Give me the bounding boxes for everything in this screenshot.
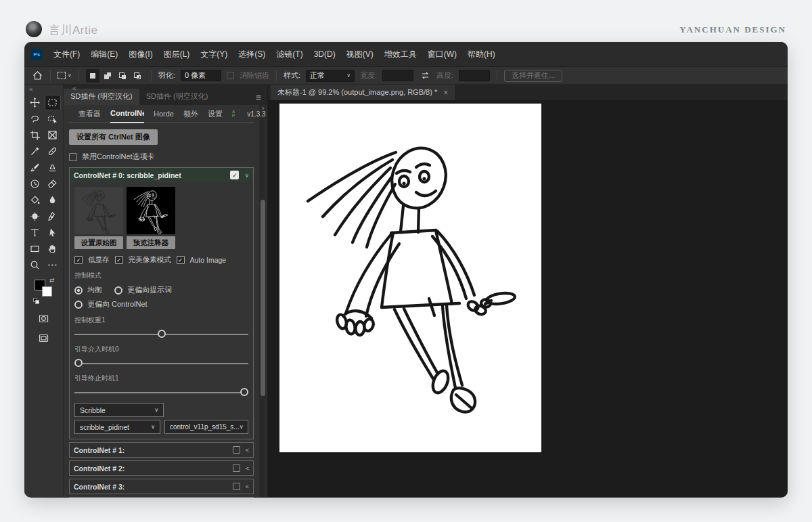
tab-controlnet[interactable]: ControlNet xyxy=(110,108,144,123)
brush-tool[interactable] xyxy=(27,160,43,175)
select-and-mask-button[interactable]: 选择并遮住... xyxy=(504,70,562,82)
menu-file[interactable]: 文件(F) xyxy=(53,49,80,60)
mode-prompt-radio[interactable] xyxy=(114,286,122,295)
controlnet-2-header[interactable]: ControlNet # 2: < xyxy=(69,460,254,476)
home-icon[interactable] xyxy=(31,70,43,82)
controlnet-1-enable-checkbox[interactable] xyxy=(233,446,240,454)
add-to-selection-icon[interactable] xyxy=(101,69,114,83)
eraser-tool[interactable] xyxy=(45,176,61,192)
slider-knob[interactable] xyxy=(74,359,83,367)
menu-select[interactable]: 选择(S) xyxy=(238,49,265,60)
path-selection-tool[interactable] xyxy=(45,225,61,240)
control-weight-slider[interactable] xyxy=(74,330,248,339)
object-selection-tool[interactable] xyxy=(45,111,61,127)
slider-knob[interactable] xyxy=(240,388,248,396)
blur-tool[interactable] xyxy=(45,192,61,208)
tab-viewer[interactable]: 查看器 xyxy=(78,109,101,119)
preview-annotator-button[interactable]: 预览注释器 xyxy=(127,236,175,249)
style-select[interactable]: 正常 ∨ xyxy=(306,70,355,82)
history-brush-tool[interactable] xyxy=(27,176,43,192)
rectangular-marquee-tool[interactable] xyxy=(45,95,61,110)
more-tools-icon[interactable] xyxy=(45,257,61,273)
new-selection-icon[interactable] xyxy=(86,69,99,83)
tool-preset-dropdown[interactable]: ∨ xyxy=(58,72,72,79)
slider-knob[interactable] xyxy=(158,330,166,338)
document-tab[interactable]: 未标题-1 @ 99.2% (output_image.png, RGB/8) … xyxy=(271,85,455,100)
preprocessor-category-select[interactable]: Scribble ∨ xyxy=(74,403,164,417)
pixel-perfect-checkbox[interactable]: ✓ xyxy=(115,256,123,264)
collapse-panel-icon[interactable]: « xyxy=(68,85,76,92)
chevron-left-icon[interactable]: < xyxy=(246,483,249,490)
menu-image[interactable]: 图像(I) xyxy=(129,49,152,60)
menu-view[interactable]: 视图(V) xyxy=(346,49,374,60)
rectangle-tool[interactable] xyxy=(27,241,43,257)
crop-tool[interactable] xyxy=(27,127,43,143)
subtract-from-selection-icon[interactable] xyxy=(116,69,129,83)
eyedropper-tool[interactable] xyxy=(27,144,43,159)
tab-extra[interactable]: 额外 xyxy=(183,109,198,119)
mode-prompt-option[interactable]: 更偏向提示词 xyxy=(114,285,172,295)
controlnet-3-enable-checkbox[interactable] xyxy=(233,483,240,490)
chevron-down-icon[interactable]: ∨ xyxy=(244,172,249,179)
paint-bucket-tool[interactable] xyxy=(27,192,43,208)
controlnet-4-header[interactable]: ControlNet # 4: < xyxy=(69,497,254,498)
height-input[interactable] xyxy=(459,70,490,81)
menu-help[interactable]: 帮助(H) xyxy=(468,49,495,60)
preprocessor-select[interactable]: scribble_pidinet ∨ xyxy=(74,420,160,434)
menu-layer[interactable]: 图层(L) xyxy=(164,49,190,60)
chevron-left-icon[interactable]: < xyxy=(246,465,249,472)
collapse-toolbar-icon[interactable]: « xyxy=(24,85,63,93)
mode-balanced-radio[interactable] xyxy=(74,286,83,295)
guidance-end-slider[interactable] xyxy=(74,388,248,397)
move-tool[interactable] xyxy=(27,95,43,110)
intersect-selection-icon[interactable] xyxy=(131,69,144,83)
panel-menu-icon[interactable]: ≡ xyxy=(250,92,267,105)
default-colors-icon[interactable] xyxy=(33,298,39,304)
menu-type[interactable]: 文字(Y) xyxy=(200,49,227,60)
chevron-left-icon[interactable]: < xyxy=(246,447,249,454)
clone-stamp-tool[interactable] xyxy=(45,160,61,175)
menu-edit[interactable]: 编辑(E) xyxy=(91,49,118,60)
swap-width-height-icon[interactable] xyxy=(419,70,431,82)
antialias-checkbox[interactable] xyxy=(227,72,234,79)
hand-tool[interactable] xyxy=(45,241,61,257)
set-all-ctrlnet-images-button[interactable]: 设置所有 CtrlNet 图像 xyxy=(69,129,158,145)
low-vram-checkbox[interactable]: ✓ xyxy=(74,256,83,264)
controlnet-1-header[interactable]: ControlNet # 1: < xyxy=(69,442,254,458)
menu-filter[interactable]: 滤镜(T) xyxy=(276,49,302,60)
frame-tool[interactable] xyxy=(45,127,61,143)
width-input[interactable] xyxy=(382,70,413,81)
document-canvas[interactable] xyxy=(279,104,541,452)
feather-input[interactable]: 0 像素 xyxy=(181,70,221,81)
pen-tool[interactable] xyxy=(45,209,61,224)
guidance-start-slider[interactable] xyxy=(74,359,248,368)
mode-balanced-option[interactable]: 均衡 xyxy=(74,285,102,295)
mode-controlnet-radio[interactable] xyxy=(74,301,83,309)
type-tool[interactable] xyxy=(27,225,43,240)
menu-window[interactable]: 窗口(W) xyxy=(428,49,457,60)
close-icon[interactable]: × xyxy=(443,88,448,97)
set-source-image-button[interactable]: 设置原始图 xyxy=(74,236,123,249)
source-image-thumbnail[interactable] xyxy=(74,187,123,234)
annotator-preview-thumbnail[interactable] xyxy=(127,187,175,234)
model-select[interactable]: control_v11p_sd15_s... ∨ xyxy=(164,420,248,434)
quick-mask-icon[interactable] xyxy=(36,311,52,326)
tab-horde[interactable]: Horde xyxy=(154,110,174,118)
zoom-tool[interactable] xyxy=(27,257,43,273)
panel-tab-sd-plugin-inactive[interactable]: SD插件 (明空汉化) xyxy=(139,89,215,105)
lasso-tool[interactable] xyxy=(27,111,43,127)
tab-settings[interactable]: 设置 xyxy=(208,109,223,119)
controlnet-0-header[interactable]: ControlNet # 0: scribble_pidinet ✓ ∨ xyxy=(70,168,253,182)
disable-controlnet-checkbox[interactable] xyxy=(69,153,77,161)
screen-mode-icon[interactable] xyxy=(36,330,52,346)
controlnet-3-header[interactable]: ControlNet # 3: < xyxy=(69,479,254,494)
menu-3d[interactable]: 3D(D) xyxy=(314,49,336,59)
healing-brush-tool[interactable] xyxy=(45,144,61,159)
swap-colors-icon[interactable]: ⇄ xyxy=(49,277,55,284)
controlnet-2-enable-checkbox[interactable] xyxy=(233,464,240,472)
auto-image-checkbox[interactable]: ✓ xyxy=(177,256,185,264)
menu-plugins[interactable]: 增效工具 xyxy=(384,49,417,60)
controlnet-0-enable-checkbox[interactable]: ✓ xyxy=(230,171,239,179)
background-color-swatch[interactable] xyxy=(42,286,52,297)
mode-controlnet-option[interactable]: 更偏向 ControlNet xyxy=(74,299,148,309)
